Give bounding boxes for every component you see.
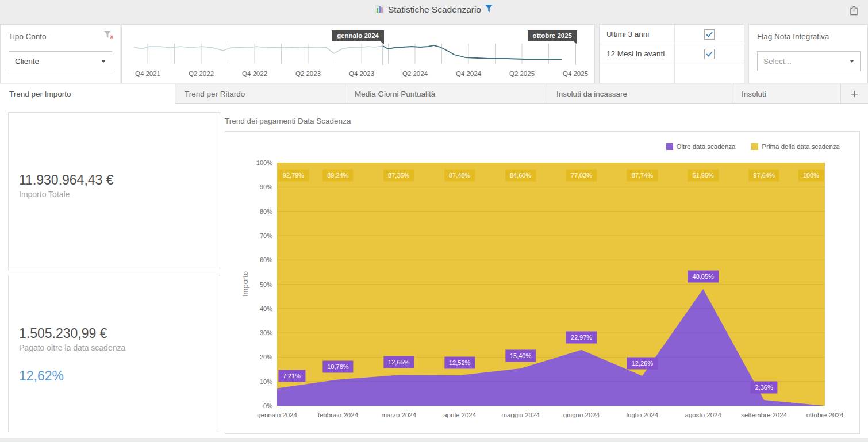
data-label: 84,60% <box>505 170 536 182</box>
legend-item: Oltre data scadenza <box>666 143 736 150</box>
y-axis-tick: 90% <box>238 183 272 190</box>
x-axis-tick: agosto 2024 <box>685 412 721 418</box>
option-label <box>600 64 675 84</box>
data-label: 92,79% <box>278 170 309 182</box>
kpi-pagato-oltre-card: 1.505.230,99 € Pagato oltre la data scad… <box>8 275 220 432</box>
tipo-conto-dropdown[interactable]: Cliente <box>9 51 112 71</box>
svg-text:Q2 2024: Q2 2024 <box>402 70 428 77</box>
tipo-conto-card: Tipo Conto × Cliente <box>0 24 120 83</box>
data-label: 87,74% <box>627 170 658 182</box>
option-check-cell <box>675 44 744 63</box>
tipo-conto-label: Tipo Conto <box>9 32 47 41</box>
y-axis-tick: 20% <box>238 353 272 360</box>
y-axis-tick: 40% <box>238 305 272 312</box>
option-label: 12 Mesi in avanti <box>600 44 675 63</box>
svg-text:Q4 2021: Q4 2021 <box>135 70 160 77</box>
filter-clear-icon[interactable]: × <box>103 30 114 43</box>
chart-title: Trend dei pagamenti Data Scadenza <box>225 117 351 125</box>
page-title: Statistiche Scadenzario <box>388 5 481 15</box>
tab-insoluti[interactable]: Insoluti <box>732 84 841 104</box>
kpi-percentage: 12,62% <box>19 368 220 384</box>
option-check-cell <box>675 25 744 44</box>
option-label: Ultimi 3 anni <box>600 25 675 44</box>
chevron-down-icon <box>101 60 106 63</box>
data-label: 51,95% <box>688 170 719 182</box>
checkbox[interactable] <box>704 29 715 40</box>
x-axis-tick: settembre 2024 <box>741 412 787 418</box>
flag-nota-label: Flag Nota Integrativa <box>757 32 829 41</box>
y-axis-tick: 70% <box>238 232 272 239</box>
filter-icon[interactable] <box>485 5 493 15</box>
y-axis-tick: 10% <box>238 378 272 385</box>
flag-nota-placeholder: Select... <box>763 57 850 66</box>
flag-nota-select[interactable]: Select... <box>757 51 861 71</box>
svg-text:Q2 2025: Q2 2025 <box>509 70 535 77</box>
data-label: 7,21% <box>278 370 305 382</box>
x-axis-tick: luglio 2024 <box>627 412 659 418</box>
main-content: 11.930.964,43 € Importo Totale 1.505.230… <box>0 104 868 442</box>
svg-text:Q4 2023: Q4 2023 <box>349 70 374 77</box>
legend-label: Prima della data scadenza <box>762 143 840 150</box>
option-row: 12 Mesi in avanti <box>600 44 744 64</box>
y-axis-tick: 100% <box>238 159 272 166</box>
y-axis-tick: 30% <box>238 329 272 336</box>
svg-text:×: × <box>110 34 114 40</box>
data-label: 97,64% <box>748 170 779 182</box>
x-axis-tick: ottobre 2024 <box>806 412 844 418</box>
data-label: 89,24% <box>322 170 353 182</box>
data-label: 87,35% <box>383 170 414 182</box>
range-end-tooltip: ottobre 2025 <box>528 30 577 41</box>
kpi-value: 1.505.230,99 € <box>19 326 220 341</box>
page-title-group: Statistiche Scadenzario <box>375 5 493 16</box>
data-label: 15,40% <box>505 349 536 362</box>
chevron-down-icon <box>850 60 854 63</box>
legend-item: Prima della data scadenza <box>751 143 840 150</box>
svg-text:Q4 2022: Q4 2022 <box>242 70 267 77</box>
export-icon[interactable] <box>847 4 860 17</box>
x-axis-tick: aprile 2024 <box>443 412 476 418</box>
data-label: 48,05% <box>688 270 719 282</box>
svg-text:Q4 2025: Q4 2025 <box>563 70 588 77</box>
option-check-cell <box>675 64 744 84</box>
legend-swatch <box>751 143 758 150</box>
y-axis-tick: 80% <box>238 208 272 215</box>
option-row <box>600 64 744 84</box>
legend-swatch <box>666 143 673 150</box>
flag-nota-card: Flag Nota Integrativa Select... <box>748 24 868 83</box>
tab-bar: Trend per ImportoTrend per RitardoMedia … <box>0 84 868 104</box>
x-axis-tick: marzo 2024 <box>381 412 416 418</box>
data-label: 12,65% <box>383 356 414 368</box>
svg-text:Q2 2023: Q2 2023 <box>295 70 321 77</box>
y-axis-tick: 0% <box>238 402 272 409</box>
bar-chart-icon <box>375 5 384 16</box>
data-label: 12,52% <box>444 357 475 369</box>
data-label: 12,26% <box>627 358 658 370</box>
tab-media-giorni-puntualit-[interactable]: Media Giorni Puntualità <box>345 84 547 104</box>
svg-text:Q4 2024: Q4 2024 <box>456 70 482 77</box>
period-options-card: Ultimi 3 anni12 Mesi in avanti <box>599 24 744 83</box>
chart-legend: Oltre data scadenzaPrima della data scad… <box>666 143 840 150</box>
data-label: 22,97% <box>566 331 597 343</box>
option-row: Ultimi 3 anni <box>600 25 744 44</box>
filter-row: Tipo Conto × Cliente Q4 2021Q2 2022Q4 20… <box>0 24 868 83</box>
area-chart-plot[interactable]: 92,79%7,21%89,24%10,76%87,35%12,65%87,48… <box>277 163 825 406</box>
checkbox[interactable] <box>704 49 715 59</box>
tab-trend-per-importo[interactable]: Trend per Importo <box>0 84 175 104</box>
y-axis-tick: 60% <box>238 256 272 263</box>
y-axis-tick: 50% <box>238 281 272 288</box>
data-label: 77,03% <box>566 170 597 182</box>
tab-insoluti-da-incassare[interactable]: Insoluti da incassare <box>547 84 732 104</box>
timeline-slider-card: Q4 2021Q2 2022Q4 2022Q2 2023Q4 2023Q2 20… <box>121 24 595 83</box>
range-start-tooltip: gennaio 2024 <box>332 30 384 41</box>
bottom-strip <box>0 438 868 442</box>
add-tab-button[interactable]: + <box>841 84 868 104</box>
legend-label: Oltre data scadenza <box>677 143 736 150</box>
data-label: 100% <box>798 170 824 182</box>
tipo-conto-value: Cliente <box>15 57 101 66</box>
data-label: 87,48% <box>444 170 475 182</box>
x-axis-tick: giugno 2024 <box>563 412 600 418</box>
top-bar: Statistiche Scadenzario <box>0 0 868 20</box>
svg-text:Q2 2022: Q2 2022 <box>189 70 214 77</box>
tab-trend-per-ritardo[interactable]: Trend per Ritardo <box>175 84 345 104</box>
x-axis-tick: gennaio 2024 <box>257 412 297 418</box>
